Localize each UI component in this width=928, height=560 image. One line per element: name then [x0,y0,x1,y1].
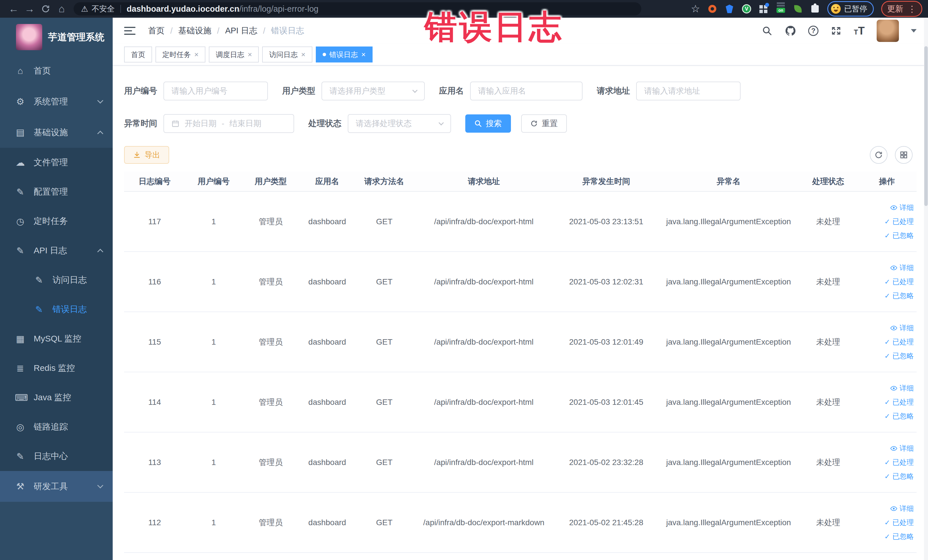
bookmark-star-icon[interactable]: ☆ [691,3,700,15]
tab-schedule-log[interactable]: 调度日志 × [209,46,259,63]
end-date-placeholder: 结束日期 [229,118,261,129]
sidebar-item-java-monitor[interactable]: ⌨ Java 监控 [0,383,113,412]
refresh-table-button[interactable] [870,146,887,164]
close-icon[interactable]: × [301,50,305,59]
mark-ignored-link[interactable]: ✓已忽略 [884,291,914,301]
active-dot-icon [323,53,326,56]
fullscreen-icon[interactable] [830,25,842,37]
sidebar-item-mysql-monitor[interactable]: ▦ MySQL 监控 [0,324,113,354]
export-button[interactable]: 导出 [124,146,169,164]
app-name-input[interactable]: 请输入应用名 [470,82,583,101]
scrollbar-thumb[interactable] [924,46,928,206]
detail-link[interactable]: 详细 [890,263,914,272]
breadcrumb-infrastructure[interactable]: 基础设施 [178,25,211,37]
forward-icon[interactable]: → [22,1,38,17]
sidebar-item-dev-tools[interactable]: ⚒ 研发工具 [0,471,113,502]
close-icon[interactable]: × [194,50,198,59]
profile-paused-badge[interactable]: 已暂停 [827,1,874,17]
sidebar-item-error-log[interactable]: ✎ 错误日志 [0,295,113,324]
user-id-input[interactable]: 请输入用户编号 [163,82,268,101]
sidebar-item-file-management[interactable]: ☁ 文件管理 [0,148,113,177]
monitor-icon: ▤ [15,127,26,138]
extension-orange-icon[interactable] [707,4,717,14]
back-icon[interactable]: ← [6,1,22,17]
chevron-down-icon [412,88,417,93]
chevron-down-icon [97,97,103,103]
mark-processed-link[interactable]: ✓已处理 [884,217,914,226]
check-icon: ✓ [884,292,890,300]
sidebar-item-trace[interactable]: ◎ 链路追踪 [0,412,113,442]
mark-processed-link[interactable]: ✓已处理 [884,397,914,407]
mark-processed-link[interactable]: ✓已处理 [884,518,914,527]
sidebar-item-config-management[interactable]: ✎ 配置管理 [0,177,113,206]
sidebar-item-log-center[interactable]: ✎ 日志中心 [0,442,113,471]
mark-processed-link[interactable]: ✓已处理 [884,277,914,287]
collapse-sidebar-icon[interactable] [124,27,136,35]
calendar-icon [171,119,179,128]
tab-home[interactable]: 首页 [124,46,152,63]
mark-processed-link[interactable]: ✓已处理 [884,337,914,346]
search-icon[interactable] [762,25,773,37]
check-icon: ✓ [884,458,890,467]
detail-link[interactable]: 详细 [890,383,914,393]
sidebar-item-access-log[interactable]: ✎ 访问日志 [0,265,113,295]
gear-icon: ⚙ [15,96,26,107]
home-icon[interactable]: ⌂ [53,1,70,17]
extension-shield-icon[interactable] [725,4,734,14]
help-icon[interactable]: ? [808,26,818,36]
kebab-menu-icon[interactable]: ⋮ [908,4,916,14]
table-row: 117 1 管理员 dashboard GET /api/infra/db-do… [124,192,917,252]
extensions-puzzle-icon[interactable] [810,4,820,14]
sidebar-item-home[interactable]: ⌂ 首页 [0,55,113,86]
detail-link[interactable]: 详细 [890,203,914,212]
url-path: /infra/log/api-error-log [240,4,318,14]
request-url-input[interactable]: 请输入请求地址 [636,82,740,101]
search-icon [475,120,482,127]
date-range-picker[interactable]: 开始日期 - 结束日期 [163,114,294,133]
java-monitor-icon: ⌨ [15,392,26,403]
column-settings-button[interactable] [895,146,913,164]
extension-v-icon[interactable]: V [742,4,751,14]
extension-on-switch-icon[interactable]: on [776,4,786,14]
user-avatar[interactable] [877,20,899,42]
mark-ignored-link[interactable]: ✓已忽略 [884,231,914,240]
sidebar-item-system-management[interactable]: ⚙ 系统管理 [0,86,113,117]
caret-down-icon[interactable] [911,29,917,32]
tab-error-log[interactable]: 错误日志 × [316,46,372,63]
close-icon[interactable]: × [362,50,366,59]
extension-plant-icon[interactable] [793,4,803,14]
browser-extensions-area: ☆ V on 已暂停 更新 ⋮ [691,1,922,17]
close-icon[interactable]: × [247,50,252,59]
chrome-update-button[interactable]: 更新 ⋮ [881,1,922,17]
reset-button[interactable]: 重置 [521,114,567,133]
github-icon[interactable] [785,25,796,37]
user-type-select[interactable]: 请选择用户类型 [322,82,425,101]
breadcrumb-api-log[interactable]: API 日志 [225,25,257,37]
check-icon: ✓ [884,533,890,540]
main-area: 首页 / 基础设施 / API 日志 / 错误日志 ? TT 首页 [113,18,928,560]
app-logo [16,24,42,50]
extension-grid-icon[interactable] [759,4,769,14]
detail-link[interactable]: 详细 [890,504,914,513]
process-status-select[interactable]: 请选择处理状态 [348,114,451,133]
mark-ignored-link[interactable]: ✓已忽略 [884,351,914,360]
breadcrumb-home[interactable]: 首页 [148,25,165,37]
sidebar-item-redis-monitor[interactable]: ≣ Redis 监控 [0,354,113,383]
sidebar-item-scheduled-tasks[interactable]: ◷ 定时任务 [0,206,113,236]
sidebar-item-infrastructure[interactable]: ▤ 基础设施 [0,117,113,148]
mark-ignored-link[interactable]: ✓已忽略 [884,471,914,481]
detail-link[interactable]: 详细 [890,444,914,453]
paused-label: 已暂停 [844,4,867,14]
chevron-down-icon [438,120,444,125]
font-size-icon[interactable]: TT [854,25,865,37]
detail-link[interactable]: 详细 [890,323,914,333]
mark-processed-link[interactable]: ✓已处理 [884,458,914,467]
tab-scheduled-tasks[interactable]: 定时任务 × [156,46,205,63]
tab-access-log[interactable]: 访问日志 × [262,46,312,63]
sidebar-item-api-log[interactable]: ✎ API 日志 [0,236,113,265]
breadcrumb: 首页 / 基础设施 / API 日志 / 错误日志 [148,25,304,37]
mark-ignored-link[interactable]: ✓已忽略 [884,411,914,421]
search-button[interactable]: 搜索 [465,114,511,133]
mark-ignored-link[interactable]: ✓已忽略 [884,532,914,541]
reload-icon[interactable] [38,1,53,17]
